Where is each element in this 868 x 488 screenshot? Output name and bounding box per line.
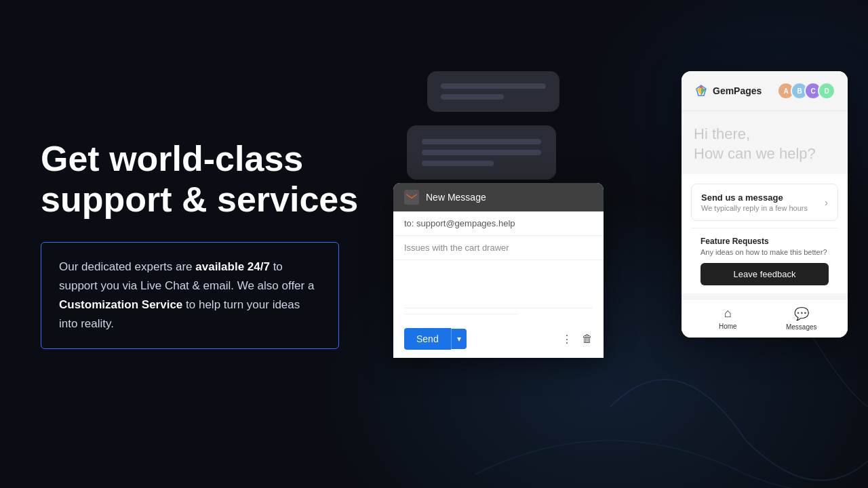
gmail-subject-text: Issues with the cart drawer	[404, 243, 509, 253]
send-button[interactable]: Send	[404, 328, 451, 350]
svg-rect-0	[404, 190, 419, 205]
greeting-line1: Hi there,	[694, 125, 750, 142]
gmail-body: to: support@gempages.help Issues with th…	[393, 211, 604, 358]
left-section: Get world-class support & services Our d…	[41, 139, 393, 349]
heading-line1: Get world-class	[41, 139, 303, 178]
feature-requests-title: Feature Requests	[701, 237, 829, 246]
bubble-line	[441, 94, 504, 100]
description-box: Our dedicated experts are available 24/7…	[41, 242, 339, 349]
desc-bold2: Customization Service	[59, 298, 182, 311]
feedback-button[interactable]: Leave feedback	[701, 263, 829, 285]
messages-tab[interactable]: 💬 Messages	[765, 306, 839, 331]
bubble-line	[422, 150, 541, 155]
send-dropdown-button[interactable]: ▾	[451, 329, 467, 349]
widget-header: GemPages A B C D	[682, 71, 848, 111]
chat-bubble-1	[427, 71, 559, 112]
more-options-icon[interactable]: ⋮	[561, 333, 572, 346]
gmail-dividers	[393, 308, 604, 314]
main-heading: Get world-class support & services	[41, 139, 366, 220]
gempages-logo: GemPages	[694, 83, 762, 98]
bubble-line	[422, 161, 494, 166]
gmail-footer-icons: ⋮ 🗑	[561, 333, 593, 346]
gmail-to-text: to: support@gempages.help	[404, 218, 515, 228]
home-icon: ⌂	[724, 306, 732, 321]
gem-icon	[694, 83, 709, 98]
gmail-subject-row: Issues with the cart drawer	[393, 236, 604, 260]
brand-name: GemPages	[713, 85, 762, 96]
bubble-line	[422, 139, 541, 144]
gmail-icon	[404, 190, 419, 205]
feature-requests-sub: Any ideas on how to make this better?	[701, 248, 829, 256]
avatar-4: D	[818, 82, 835, 100]
desc-part1: Our dedicated experts are	[59, 260, 195, 273]
send-message-title: Send us a message	[701, 192, 825, 203]
greeting-line2: How can we help?	[694, 145, 816, 162]
messages-tab-label: Messages	[786, 323, 817, 331]
feature-requests-section: Feature Requests Any ideas on how to mak…	[691, 228, 838, 293]
gmail-header: New Message	[393, 183, 604, 211]
divider-line-short	[404, 314, 517, 314]
send-message-sub: We typically reply in a few hours	[701, 204, 825, 212]
chat-bubble-2	[407, 125, 556, 180]
home-tab-label: Home	[719, 323, 737, 330]
gmail-footer: Send ▾ ⋮ 🗑	[393, 320, 604, 358]
gmail-compose-window: New Message to: support@gempages.help Is…	[393, 183, 604, 358]
option-arrow-icon: ›	[825, 197, 828, 208]
heading-line2: support & services	[41, 180, 358, 219]
gmail-header-label: New Message	[426, 192, 486, 203]
content-wrapper: Get world-class support & services Our d…	[0, 0, 868, 488]
send-button-group[interactable]: Send ▾	[404, 328, 467, 350]
widget-footer: ⌂ Home 💬 Messages	[682, 299, 848, 338]
widget-greeting: Hi there, How can we help?	[682, 111, 848, 174]
gmail-to-row: to: support@gempages.help	[393, 211, 604, 236]
messages-icon: 💬	[794, 306, 809, 321]
send-message-option-left: Send us a message We typically reply in …	[701, 192, 825, 212]
widget-body: Send us a message We typically reply in …	[682, 174, 848, 293]
greeting-text: Hi there, How can we help?	[694, 125, 835, 163]
right-section: New Message to: support@gempages.help Is…	[393, 0, 827, 488]
home-tab[interactable]: ⌂ Home	[691, 306, 765, 331]
bubble-line	[441, 83, 546, 89]
divider-line	[404, 308, 593, 308]
gmail-body-text	[393, 260, 604, 308]
delete-icon[interactable]: 🗑	[582, 333, 593, 345]
gempages-widget: GemPages A B C D Hi there, How can we he…	[682, 71, 848, 338]
send-message-option[interactable]: Send us a message We typically reply in …	[691, 184, 838, 221]
avatar-group: A B C D	[781, 82, 835, 100]
description-text: Our dedicated experts are available 24/7…	[59, 258, 321, 333]
desc-bold1: available 24/7	[195, 260, 270, 273]
